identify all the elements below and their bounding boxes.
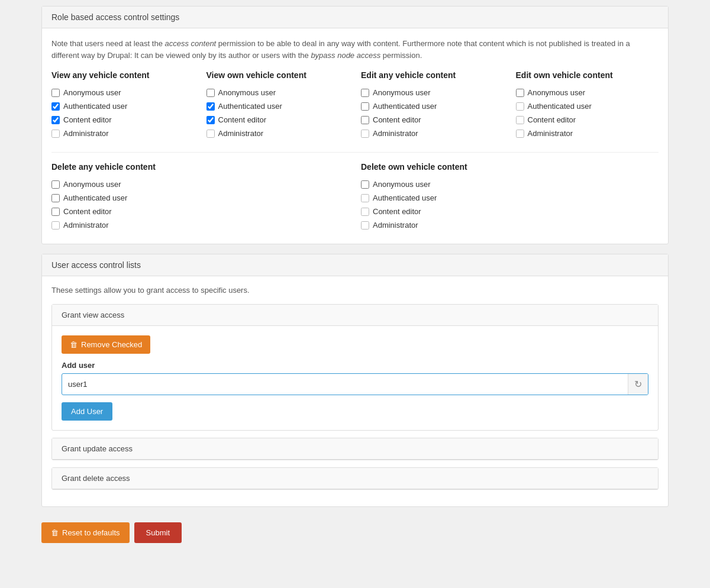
- label-delete-own-anonymous[interactable]: Anonymous user: [373, 180, 431, 189]
- checkbox-edit-any-authenticated[interactable]: [361, 102, 369, 111]
- permission-group-delete-own: Delete own vehicle content Anonymous use…: [361, 162, 659, 234]
- remove-checked-label: Remove Checked: [81, 340, 142, 349]
- checkbox-item: Content editor: [51, 115, 195, 124]
- checkbox-delete-own-anonymous[interactable]: [361, 180, 369, 189]
- checkbox-item: Anonymous user: [206, 88, 350, 97]
- checkbox-delete-any-editor[interactable]: [51, 208, 60, 216]
- permissions-grid-top: View any vehicle content Anonymous user …: [51, 70, 659, 143]
- permission-group-view-any: View any vehicle content Anonymous user …: [51, 70, 195, 143]
- footer-bar: Reset to defaults Submit: [41, 516, 669, 549]
- checkbox-delete-own-admin[interactable]: [361, 221, 369, 230]
- checkbox-view-own-editor[interactable]: [206, 116, 215, 124]
- checkbox-view-any-admin[interactable]: [51, 130, 60, 138]
- checkbox-view-any-anonymous[interactable]: [51, 89, 60, 97]
- checkbox-item: Content editor: [516, 115, 659, 124]
- grant-view-access-title: Grant view access: [62, 311, 124, 319]
- group-title-view-own: View own vehicle content: [206, 70, 350, 80]
- checkbox-edit-any-anonymous[interactable]: [361, 89, 369, 97]
- label-view-own-authenticated[interactable]: Authenticated user: [218, 102, 282, 111]
- rbac-card-body: Note that users need at least the access…: [42, 28, 668, 244]
- add-user-button-label: Add User: [71, 407, 103, 416]
- checkbox-item: Administrator: [51, 129, 195, 138]
- label-delete-any-admin[interactable]: Administrator: [63, 221, 109, 230]
- checkbox-item: Administrator: [361, 221, 659, 230]
- add-user-label: Add user: [62, 361, 648, 370]
- reset-button[interactable]: Reset to defaults: [41, 522, 130, 543]
- label-view-own-editor[interactable]: Content editor: [218, 115, 267, 124]
- refresh-icon: [634, 379, 642, 390]
- label-edit-any-anonymous[interactable]: Anonymous user: [373, 88, 431, 97]
- label-view-own-admin[interactable]: Administrator: [218, 129, 264, 138]
- reset-label: Reset to defaults: [62, 528, 120, 537]
- checkbox-edit-own-anonymous[interactable]: [516, 89, 524, 97]
- acl-card-header: User access control lists: [42, 254, 668, 276]
- label-edit-own-authenticated[interactable]: Authenticated user: [528, 102, 592, 111]
- label-edit-any-authenticated[interactable]: Authenticated user: [373, 102, 437, 111]
- label-delete-any-authenticated[interactable]: Authenticated user: [63, 193, 127, 202]
- checkbox-item: Administrator: [206, 129, 350, 138]
- grant-view-access-section: Grant view access Remove Checked Add use…: [51, 304, 659, 431]
- label-edit-any-admin[interactable]: Administrator: [373, 129, 418, 138]
- group-title-delete-any: Delete any vehicle content: [51, 162, 349, 172]
- grant-update-access-section: Grant update access: [51, 438, 659, 460]
- checkbox-edit-any-editor[interactable]: [361, 116, 369, 124]
- checkbox-delete-any-anonymous[interactable]: [51, 180, 60, 189]
- acl-description: These settings allow you to grant access…: [51, 286, 659, 295]
- label-edit-own-editor[interactable]: Content editor: [528, 115, 576, 124]
- checkbox-item: Administrator: [361, 129, 504, 138]
- rbac-card-header: Role based access control settings: [42, 7, 668, 28]
- checkbox-view-own-admin[interactable]: [206, 130, 215, 138]
- label-delete-own-admin[interactable]: Administrator: [373, 221, 418, 230]
- rbac-title: Role based access control settings: [51, 12, 179, 22]
- label-delete-any-editor[interactable]: Content editor: [63, 207, 112, 216]
- checkbox-delete-any-admin[interactable]: [51, 221, 60, 230]
- checkbox-item: Anonymous user: [516, 88, 659, 97]
- checkbox-edit-own-editor[interactable]: [516, 116, 524, 124]
- grant-view-access-body: Remove Checked Add user Add User: [52, 326, 658, 430]
- user-input[interactable]: [62, 375, 628, 393]
- checkbox-view-any-editor[interactable]: [51, 116, 60, 124]
- checkbox-item: Administrator: [51, 221, 349, 230]
- checkbox-item: Authenticated user: [516, 102, 659, 111]
- label-delete-any-anonymous[interactable]: Anonymous user: [63, 180, 121, 189]
- label-view-any-anonymous[interactable]: Anonymous user: [63, 88, 121, 97]
- acl-title: User access control lists: [51, 260, 141, 270]
- checkbox-item: Anonymous user: [361, 180, 659, 189]
- label-edit-own-anonymous[interactable]: Anonymous user: [528, 88, 586, 97]
- checkbox-item: Authenticated user: [51, 102, 195, 111]
- acl-card-body: These settings allow you to grant access…: [42, 276, 668, 506]
- permission-group-edit-any: Edit any vehicle content Anonymous user …: [361, 70, 504, 143]
- checkbox-item: Authenticated user: [361, 193, 659, 202]
- checkbox-delete-own-editor[interactable]: [361, 208, 369, 216]
- refresh-button[interactable]: [628, 374, 648, 395]
- remove-checked-button[interactable]: Remove Checked: [62, 335, 150, 354]
- label-view-own-anonymous[interactable]: Anonymous user: [218, 88, 276, 97]
- submit-button[interactable]: Submit: [134, 522, 182, 543]
- checkbox-delete-any-authenticated[interactable]: [51, 194, 60, 202]
- section-divider: [51, 152, 659, 153]
- add-user-section: Add user Add User: [62, 361, 648, 421]
- label-view-any-admin[interactable]: Administrator: [63, 129, 109, 138]
- label-view-any-authenticated[interactable]: Authenticated user: [63, 102, 127, 111]
- checkbox-edit-own-authenticated[interactable]: [516, 102, 524, 111]
- label-delete-own-editor[interactable]: Content editor: [373, 207, 421, 216]
- label-view-any-editor[interactable]: Content editor: [63, 115, 112, 124]
- label-edit-any-editor[interactable]: Content editor: [373, 115, 421, 124]
- grant-delete-access-header: Grant delete access: [52, 468, 658, 489]
- checkbox-delete-own-authenticated[interactable]: [361, 194, 369, 202]
- grant-update-access-title: Grant update access: [62, 444, 133, 453]
- label-delete-own-authenticated[interactable]: Authenticated user: [373, 193, 437, 202]
- permission-group-edit-own: Edit own vehicle content Anonymous user …: [516, 70, 659, 143]
- reset-trash-icon: [51, 528, 59, 537]
- info-italic2: bypass node access: [311, 51, 380, 60]
- checkbox-edit-any-admin[interactable]: [361, 130, 369, 138]
- add-user-button[interactable]: Add User: [62, 402, 112, 421]
- group-title-view-any: View any vehicle content: [51, 70, 195, 80]
- label-edit-own-admin[interactable]: Administrator: [528, 129, 573, 138]
- checkbox-view-own-anonymous[interactable]: [206, 89, 215, 97]
- checkbox-edit-own-admin[interactable]: [516, 130, 524, 138]
- checkbox-view-any-authenticated[interactable]: [51, 102, 60, 111]
- grant-delete-access-section: Grant delete access: [51, 467, 659, 490]
- checkbox-view-own-authenticated[interactable]: [206, 102, 215, 111]
- checkbox-item: Content editor: [361, 115, 504, 124]
